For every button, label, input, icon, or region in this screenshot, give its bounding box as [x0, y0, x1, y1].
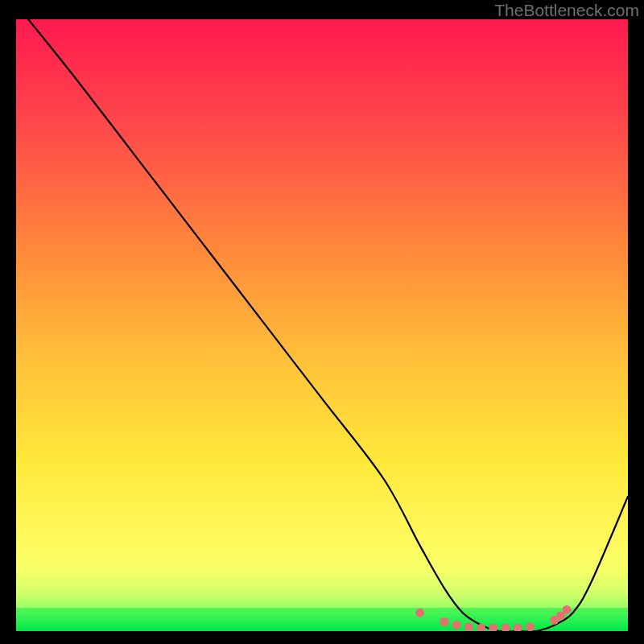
chart-stage: TheBottleneck.com	[0, 0, 644, 644]
valley-dot	[563, 605, 572, 614]
valley-dot	[464, 622, 473, 631]
valley-dot	[452, 621, 461, 630]
valley-dot	[526, 622, 535, 631]
valley-dot	[440, 617, 449, 626]
valley-dot	[415, 609, 424, 617]
attribution-text: TheBottleneck.com	[494, 1, 639, 20]
gradient-background	[16, 19, 628, 631]
plot-area	[16, 19, 628, 631]
green-optimal-band	[16, 608, 628, 631]
bottleneck-chart	[16, 19, 628, 631]
